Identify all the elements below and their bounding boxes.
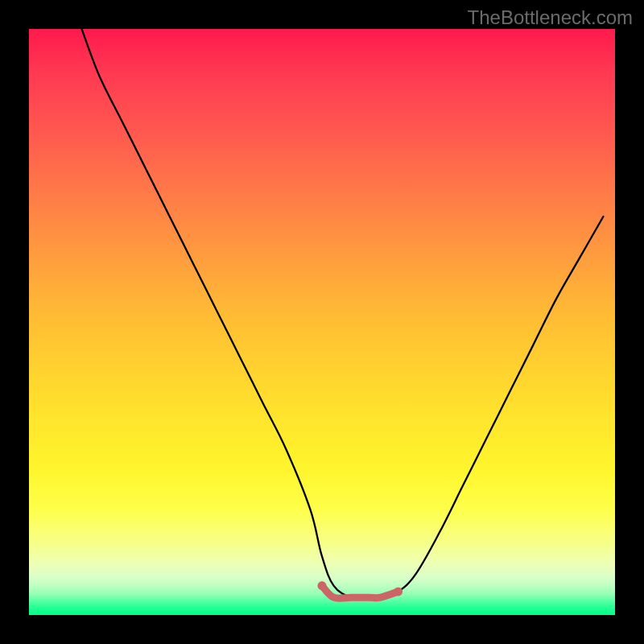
gradient-fill <box>29 29 615 615</box>
chart-frame: TheBottleneck.com <box>0 0 644 644</box>
watermark-text: TheBottleneck.com <box>468 6 633 29</box>
plot-background <box>29 29 615 615</box>
